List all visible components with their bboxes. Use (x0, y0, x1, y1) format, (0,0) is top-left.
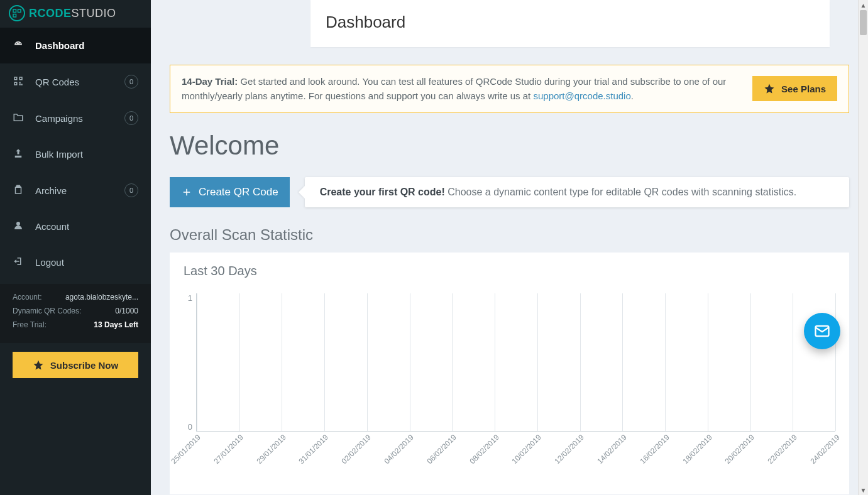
chart-gridline (708, 293, 708, 431)
chart-gridline (239, 293, 240, 431)
count-badge: 0 (124, 75, 138, 89)
plus-icon (181, 187, 192, 198)
x-tick: 14/02/2019 (596, 433, 629, 465)
x-tick: 18/02/2019 (681, 433, 713, 465)
mail-icon (813, 322, 831, 340)
chart-y-axis: 10 (184, 293, 196, 432)
chart-plot-area (196, 293, 835, 432)
x-tick: 08/02/2019 (468, 433, 500, 465)
create-tip-text: Choose a dynamic content type for editab… (445, 187, 796, 197)
chart-gridline (495, 293, 495, 431)
trial-text-1: Get started and look around. You can tes… (182, 76, 726, 101)
dynamic-qr-label: Dynamic QR Codes: (13, 307, 81, 315)
trial-bold: 14-Day Trial: (182, 76, 238, 87)
nav-menu: DashboardQR Codes0Campaigns0Bulk ImportA… (0, 28, 151, 280)
sidebar-item-label: Archive (35, 185, 113, 196)
chart-gridline (197, 293, 197, 431)
x-tick: 04/02/2019 (383, 433, 415, 465)
support-email-link[interactable]: support@qrcode.studio (533, 90, 630, 101)
scroll-thumb[interactable] (860, 10, 867, 35)
account-value: agota.bialobzeskyte... (65, 293, 138, 302)
y-tick: 0 (188, 422, 192, 432)
trial-banner: 14-Day Trial: Get started and look aroun… (170, 65, 849, 113)
subscribe-button[interactable]: Subscribe Now (13, 352, 138, 378)
x-tick: 27/01/2019 (212, 433, 244, 465)
logo-ring-icon (9, 5, 25, 21)
chart-gridline (793, 293, 793, 431)
brand-wordmark: RCODESTUDIO (29, 7, 116, 20)
user-icon (13, 220, 24, 233)
chart-card: Last 30 Days 10 25/01/201927/01/201929/0… (170, 253, 849, 494)
sidebar-item-label: Bulk Import (35, 149, 138, 160)
sidebar-item-label: Account (35, 221, 138, 232)
sidebar-item-campaigns[interactable]: Campaigns0 (0, 100, 151, 136)
x-tick: 20/02/2019 (723, 433, 756, 465)
svg-rect-1 (18, 9, 21, 13)
sidebar-item-dashboard[interactable]: Dashboard (0, 28, 151, 63)
chart-gridline (750, 293, 751, 431)
sidebar-item-archive[interactable]: Archive0 (0, 172, 151, 209)
chart-gridline (410, 293, 410, 431)
upload-icon (13, 148, 24, 161)
x-tick: 31/01/2019 (297, 433, 330, 465)
x-tick: 02/02/2019 (340, 433, 373, 465)
scroll-down-arrow[interactable]: ▼ (859, 485, 868, 495)
trial-text-2: . (631, 90, 634, 101)
see-plans-button[interactable]: See Plans (752, 76, 837, 101)
y-tick: 1 (188, 293, 192, 303)
x-tick: 29/01/2019 (255, 433, 287, 465)
svg-rect-2 (13, 14, 16, 18)
trial-value: 13 Days Left (94, 320, 138, 329)
chart-gridline (622, 293, 623, 431)
x-tick: 16/02/2019 (638, 433, 671, 465)
header-card: Dashboard (310, 0, 830, 47)
create-qr-code-button[interactable]: Create QR Code (170, 177, 290, 207)
scroll-track[interactable] (860, 10, 867, 485)
x-tick: 10/02/2019 (510, 433, 543, 465)
sidebar-item-logout[interactable]: Logout (0, 244, 151, 280)
chart-gridline (835, 293, 836, 431)
chart-gridline (580, 293, 581, 431)
support-mail-fab[interactable] (804, 313, 840, 349)
see-plans-label: See Plans (781, 84, 826, 94)
page-title: Dashboard (326, 13, 815, 32)
chart-gridline (665, 293, 666, 431)
chart-gridline (282, 293, 282, 431)
sidebar-item-label: Logout (35, 257, 138, 268)
x-tick: 25/01/2019 (170, 433, 202, 465)
scroll-up-arrow[interactable]: ▲ (859, 0, 868, 10)
trial-message: 14-Day Trial: Get started and look aroun… (182, 74, 740, 104)
logout-icon (13, 256, 24, 269)
brand-logo: RCODESTUDIO (0, 0, 151, 28)
create-tip: Create your first QR code! Choose a dyna… (305, 177, 849, 207)
x-tick: 22/02/2019 (766, 433, 799, 465)
star-icon (764, 83, 775, 94)
sidebar-item-qr-codes[interactable]: QR Codes0 (0, 63, 151, 100)
dashboard-icon (13, 39, 24, 52)
sidebar-item-label: Campaigns (35, 113, 113, 124)
sidebar-item-account[interactable]: Account (0, 209, 151, 244)
qrcode-icon (13, 75, 24, 89)
trial-label: Free Trial: (13, 320, 47, 329)
x-tick: 12/02/2019 (553, 433, 586, 465)
chart-gridline (537, 293, 538, 431)
scrollbar[interactable]: ▲ ▼ (858, 0, 868, 495)
count-badge: 0 (124, 183, 138, 197)
chart-x-axis: 25/01/201927/01/201929/01/201931/01/2019… (196, 433, 835, 464)
sidebar-item-bulk-import[interactable]: Bulk Import (0, 136, 151, 172)
sidebar-item-label: QR Codes (35, 77, 113, 87)
sidebar-item-label: Dashboard (35, 40, 138, 51)
svg-rect-0 (13, 9, 16, 13)
create-tip-bold: Create your first QR code! (320, 187, 445, 197)
chart: 10 25/01/201927/01/201929/01/201931/01/2… (184, 293, 835, 457)
chart-gridline (452, 293, 453, 431)
star-icon (33, 359, 44, 371)
trash-icon (13, 184, 24, 197)
sidebar-account-info: Account:agota.bialobzeskyte... Dynamic Q… (0, 284, 151, 343)
qr-glyph-icon (11, 8, 23, 19)
x-tick: 06/02/2019 (425, 433, 458, 465)
chart-subtitle: Last 30 Days (184, 264, 835, 278)
chart-gridline (324, 293, 325, 431)
welcome-heading: Welcome (170, 131, 849, 161)
create-qr-code-label: Create QR Code (199, 186, 278, 199)
